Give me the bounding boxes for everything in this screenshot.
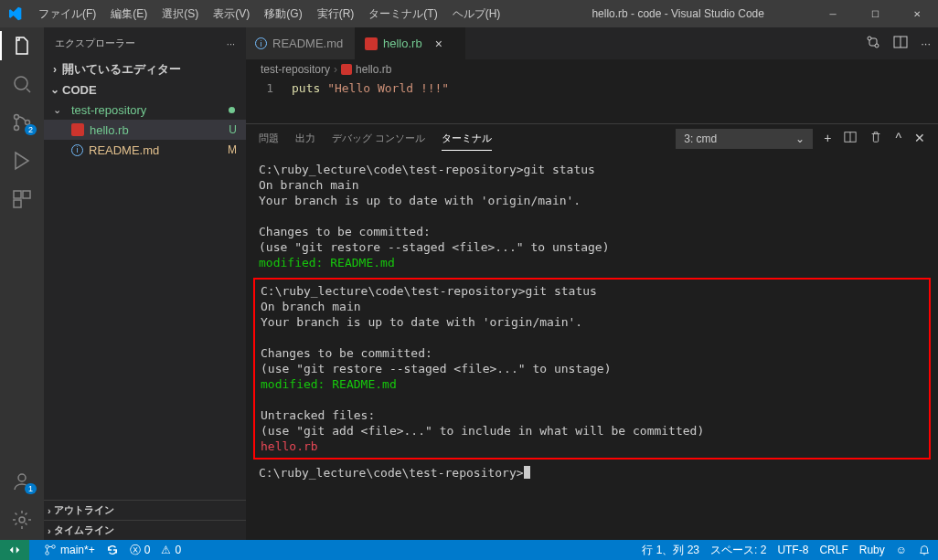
svg-rect-4 xyxy=(14,191,21,198)
menu-go[interactable]: 移動(G) xyxy=(257,6,309,22)
split-editor-icon[interactable] xyxy=(893,35,908,52)
menu-edit[interactable]: 編集(E) xyxy=(103,6,155,22)
code-editor[interactable]: 1 puts "Hello World !!!" xyxy=(246,79,938,123)
menu-view[interactable]: 表示(V) xyxy=(206,6,257,22)
tab-output[interactable]: 出力 xyxy=(295,132,315,145)
warnings-indicator[interactable]: ⚠ 0 xyxy=(161,544,181,556)
chevron-down-icon: ⌄ xyxy=(53,104,66,116)
compare-icon[interactable] xyxy=(866,35,880,52)
trash-icon[interactable] xyxy=(869,131,882,146)
accounts-icon[interactable]: 1 xyxy=(11,470,33,492)
tab-terminal[interactable]: ターミナル xyxy=(442,132,492,151)
run-debug-icon[interactable] xyxy=(11,150,33,172)
panel: 問題 出力 デバッグ コンソール ターミナル 3: cmd ⌄ + ^ ✕ xyxy=(246,123,938,540)
errors-indicator[interactable]: ⓧ 0 xyxy=(130,543,151,558)
explorer-sidebar: エクスプローラー ··· ›開いているエディター ⌄CODE ⌄ test-re… xyxy=(44,27,246,540)
status-bar: main*+ ⓧ 0 ⚠ 0 行 1、列 23 スペース: 2 UTF-8 CR… xyxy=(0,540,938,560)
menu-run[interactable]: 実行(R) xyxy=(310,6,362,22)
sync-indicator[interactable] xyxy=(106,544,119,556)
code-line[interactable]: puts "Hello World !!!" xyxy=(292,79,449,123)
minimize-button[interactable]: ─ xyxy=(812,0,854,27)
breadcrumb[interactable]: test-repository › hello.rb xyxy=(246,59,938,79)
file-label: README.md xyxy=(89,143,159,157)
spaces-indicator[interactable]: スペース: 2 xyxy=(710,543,766,558)
git-modified-dot-icon xyxy=(229,107,235,113)
git-status-u: U xyxy=(229,123,237,136)
code-section[interactable]: ⌄CODE xyxy=(44,79,246,100)
info-file-icon: i xyxy=(255,37,267,49)
tab-label: README.md xyxy=(272,37,343,50)
terminal-selector[interactable]: 3: cmd ⌄ xyxy=(676,129,813,149)
close-panel-icon[interactable]: ✕ xyxy=(914,131,925,146)
highlighted-region: C:\ruby_lecture\code\test-repository>git… xyxy=(253,278,931,460)
tab-readme[interactable]: i README.md xyxy=(246,27,356,59)
outline-section[interactable]: › アウトライン xyxy=(44,500,246,520)
maximize-panel-icon[interactable]: ^ xyxy=(895,131,901,146)
encoding-indicator[interactable]: UTF-8 xyxy=(777,544,808,556)
breadcrumb-item[interactable]: hello.rb xyxy=(356,63,391,76)
menu-bar: ファイル(F) 編集(E) 選択(S) 表示(V) 移動(G) 実行(R) ター… xyxy=(31,6,507,22)
svg-point-9 xyxy=(868,37,871,40)
new-terminal-icon[interactable]: + xyxy=(824,131,831,146)
timeline-section[interactable]: › タイムライン xyxy=(44,520,246,540)
tab-debug-console[interactable]: デバッグ コンソール xyxy=(332,132,425,145)
file-label: hello.rb xyxy=(90,123,129,137)
tab-bar: i README.md hello.rb × ··· xyxy=(246,27,938,59)
svg-rect-6 xyxy=(14,200,21,207)
title-bar: ファイル(F) 編集(E) 選択(S) 表示(V) 移動(G) 実行(R) ター… xyxy=(0,0,938,27)
svg-point-15 xyxy=(46,545,49,549)
open-editors-section[interactable]: ›開いているエディター xyxy=(44,59,246,79)
sidebar-title: エクスプローラー xyxy=(55,37,135,50)
terminal-selector-label: 3: cmd xyxy=(684,132,717,145)
menu-file[interactable]: ファイル(F) xyxy=(31,6,103,22)
notifications-icon[interactable] xyxy=(918,544,931,556)
extensions-icon[interactable] xyxy=(11,188,33,210)
menu-terminal[interactable]: ターミナル(T) xyxy=(361,6,444,22)
line-number: 1 xyxy=(246,79,292,123)
svg-point-16 xyxy=(46,552,49,555)
folder-label: test-repository xyxy=(71,103,146,117)
search-icon[interactable] xyxy=(11,73,33,95)
breadcrumb-item[interactable]: test-repository xyxy=(261,63,330,76)
svg-point-2 xyxy=(15,126,19,131)
folder-test-repository[interactable]: ⌄ test-repository xyxy=(44,100,246,120)
svg-point-10 xyxy=(875,44,879,48)
tab-problems[interactable]: 問題 xyxy=(259,132,279,145)
tab-hello-rb[interactable]: hello.rb × xyxy=(356,27,465,59)
more-icon[interactable]: ··· xyxy=(921,37,931,50)
terminal-cursor xyxy=(524,466,530,479)
language-indicator[interactable]: Ruby xyxy=(859,544,885,556)
settings-icon[interactable] xyxy=(11,509,33,531)
close-window-button[interactable]: ✕ xyxy=(896,0,938,27)
svg-point-0 xyxy=(15,77,27,90)
branch-indicator[interactable]: main*+ xyxy=(44,544,95,556)
menu-help[interactable]: ヘルプ(H) xyxy=(445,6,508,22)
more-icon[interactable]: ··· xyxy=(227,38,235,49)
tab-label: hello.rb xyxy=(383,37,422,50)
scm-icon[interactable]: 2 xyxy=(11,111,33,133)
svg-point-17 xyxy=(52,545,56,549)
chevron-down-icon: ⌄ xyxy=(48,83,62,96)
eol-indicator[interactable]: CRLF xyxy=(819,544,847,556)
scm-badge: 2 xyxy=(25,124,37,135)
ruby-file-icon xyxy=(71,123,84,136)
maximize-button[interactable]: ☐ xyxy=(854,0,896,27)
cursor-position[interactable]: 行 1、列 23 xyxy=(642,543,699,558)
split-terminal-icon[interactable] xyxy=(844,131,857,146)
accounts-badge: 1 xyxy=(25,483,37,494)
editor-area: i README.md hello.rb × ··· test-reposito… xyxy=(246,27,938,540)
explorer-icon[interactable] xyxy=(11,35,33,57)
vscode-logo-icon xyxy=(7,6,22,21)
file-hello-rb[interactable]: hello.rb U xyxy=(44,120,246,140)
remote-indicator[interactable] xyxy=(0,540,29,560)
terminal-content[interactable]: C:\ruby_lecture\code\test-repository>git… xyxy=(246,153,938,540)
git-status-m: M xyxy=(228,143,237,156)
ruby-file-icon xyxy=(365,37,378,50)
file-readme-md[interactable]: i README.md M xyxy=(44,140,246,160)
feedback-icon[interactable]: ☺ xyxy=(896,544,907,556)
close-tab-icon[interactable]: × xyxy=(435,37,442,51)
window-title: hello.rb - code - Visual Studio Code xyxy=(507,7,812,20)
menu-select[interactable]: 選択(S) xyxy=(155,6,206,22)
svg-rect-5 xyxy=(23,191,30,198)
chevron-down-icon: ⌄ xyxy=(795,132,805,145)
